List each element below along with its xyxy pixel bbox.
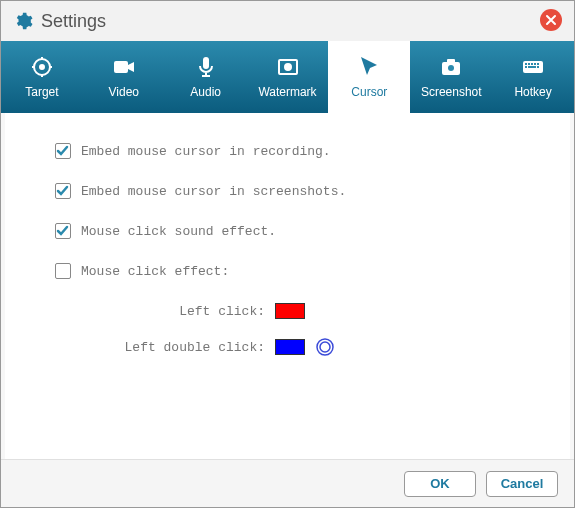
left-double-click-row: Left double click:	[115, 337, 520, 357]
checkbox-click-sound[interactable]	[55, 223, 71, 239]
tab-hotkey[interactable]: Hotkey	[492, 41, 574, 113]
checkbox-embed-screenshots[interactable]	[55, 183, 71, 199]
option-click-sound: Mouse click sound effect.	[55, 223, 520, 239]
svg-point-1	[40, 65, 44, 69]
tab-bar: Target Video Audio Watermark Cursor Scre…	[1, 41, 574, 113]
svg-rect-17	[537, 66, 539, 68]
window-title: Settings	[41, 11, 106, 32]
svg-rect-12	[531, 63, 533, 65]
option-label: Mouse click effect:	[81, 264, 229, 279]
left-click-row: Left click:	[115, 303, 520, 319]
close-button[interactable]	[540, 9, 562, 31]
double-click-ring-icon	[315, 337, 335, 357]
footer: OK Cancel	[1, 459, 574, 507]
option-label: Embed mouse cursor in recording.	[81, 144, 331, 159]
ok-button[interactable]: OK	[404, 471, 476, 497]
tab-target[interactable]: Target	[1, 41, 83, 113]
svg-rect-8	[447, 59, 455, 63]
svg-point-19	[320, 342, 330, 352]
svg-rect-15	[525, 66, 527, 68]
option-label: Embed mouse cursor in screenshots.	[81, 184, 346, 199]
tab-video[interactable]: Video	[83, 41, 165, 113]
svg-rect-16	[528, 66, 536, 68]
option-embed-recording: Embed mouse cursor in recording.	[55, 143, 520, 159]
svg-rect-13	[534, 63, 536, 65]
option-embed-screenshots: Embed mouse cursor in screenshots.	[55, 183, 520, 199]
tab-label: Target	[25, 85, 58, 99]
svg-rect-2	[114, 61, 128, 73]
tab-label: Audio	[190, 85, 221, 99]
tab-audio[interactable]: Audio	[165, 41, 247, 113]
svg-rect-11	[528, 63, 530, 65]
left-double-click-color-swatch[interactable]	[275, 339, 305, 355]
content-panel: Embed mouse cursor in recording. Embed m…	[5, 113, 570, 459]
svg-rect-14	[537, 63, 539, 65]
left-double-click-label: Left double click:	[115, 340, 265, 355]
option-click-effect: Mouse click effect:	[55, 263, 520, 279]
titlebar: Settings	[1, 1, 574, 41]
cancel-button[interactable]: Cancel	[486, 471, 558, 497]
svg-rect-3	[203, 57, 209, 69]
gear-icon	[13, 11, 33, 31]
tab-label: Watermark	[258, 85, 316, 99]
checkbox-click-effect[interactable]	[55, 263, 71, 279]
tab-label: Cursor	[351, 85, 387, 99]
left-click-label: Left click:	[115, 304, 265, 319]
tab-cursor[interactable]: Cursor	[328, 41, 410, 113]
svg-point-5	[285, 64, 291, 70]
option-label: Mouse click sound effect.	[81, 224, 276, 239]
svg-point-7	[448, 65, 454, 71]
tab-label: Screenshot	[421, 85, 482, 99]
checkbox-embed-recording[interactable]	[55, 143, 71, 159]
tab-label: Video	[109, 85, 139, 99]
settings-window: Settings Target Video Audio Watermark Cu…	[0, 0, 575, 508]
color-settings: Left click: Left double click:	[115, 303, 520, 357]
svg-rect-10	[525, 63, 527, 65]
left-click-color-swatch[interactable]	[275, 303, 305, 319]
tab-watermark[interactable]: Watermark	[247, 41, 329, 113]
tab-screenshot[interactable]: Screenshot	[410, 41, 492, 113]
tab-label: Hotkey	[514, 85, 551, 99]
